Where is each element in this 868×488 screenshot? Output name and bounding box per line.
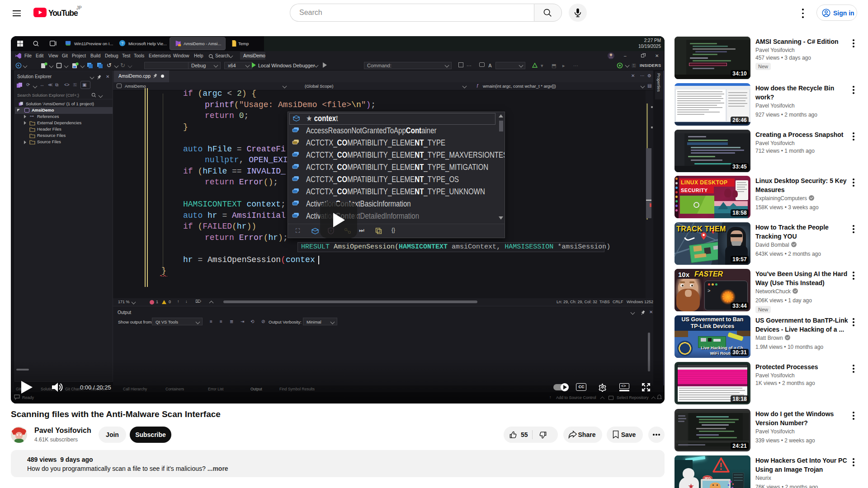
svg-text:?: ?	[121, 41, 123, 46]
